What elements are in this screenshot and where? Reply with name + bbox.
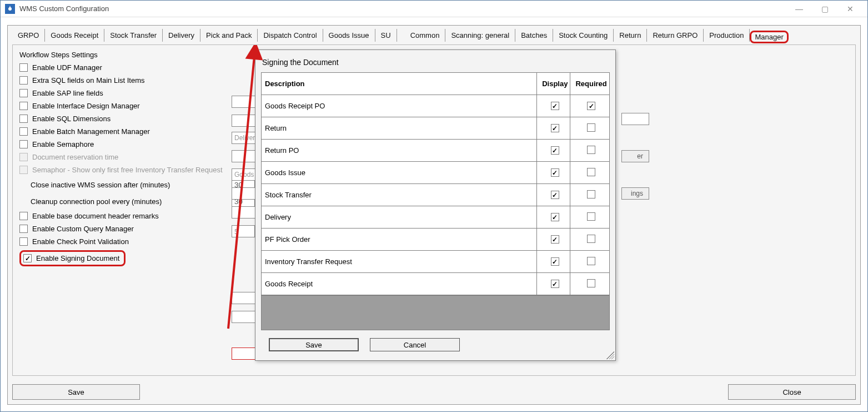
checkbox-label: Extra SQL fields on Main List Items xyxy=(32,76,145,85)
cell-description: Goods Receipt xyxy=(262,273,537,295)
resize-grip-icon[interactable] xyxy=(606,351,614,359)
cell-description: Return xyxy=(262,117,537,140)
cleanup-label: Cleanup connection pool every (minutes) xyxy=(31,197,232,206)
col-header-required[interactable]: Required xyxy=(570,73,609,95)
checkbox[interactable] xyxy=(19,89,28,97)
cell-description: PF Pick Order xyxy=(262,229,537,251)
checkbox[interactable] xyxy=(19,140,28,148)
cell-display xyxy=(537,184,570,206)
display-checkbox[interactable] xyxy=(551,280,559,288)
required-checkbox[interactable] xyxy=(587,168,595,176)
required-checkbox[interactable] xyxy=(587,212,595,221)
display-checkbox[interactable] xyxy=(551,102,559,110)
checkbox[interactable] xyxy=(19,102,28,110)
tab-su[interactable]: SU xyxy=(375,29,397,42)
display-checkbox[interactable] xyxy=(551,235,559,244)
display-checkbox[interactable] xyxy=(551,124,559,132)
close-button[interactable]: ✕ xyxy=(837,1,863,17)
grid-row[interactable]: Return xyxy=(262,117,609,140)
cell-required xyxy=(570,229,609,251)
tab-production[interactable]: Production xyxy=(704,29,750,42)
tab-goods-receipt[interactable]: Goods Receipt xyxy=(45,29,104,42)
col-header-display[interactable]: Display xyxy=(537,73,570,95)
checkbox-label: Semaphor - Show only first free Inventor… xyxy=(32,166,223,174)
cell-display xyxy=(537,251,570,273)
required-checkbox[interactable] xyxy=(587,257,595,265)
cell-required xyxy=(570,162,609,184)
required-checkbox[interactable] xyxy=(587,279,595,287)
main-close-button[interactable]: Close xyxy=(728,384,856,400)
cell-required xyxy=(570,117,609,140)
grid-row[interactable]: Goods Receipt xyxy=(262,273,609,295)
grid-row[interactable]: Inventory Transfer Request xyxy=(262,251,609,273)
checkbox-label: Enable Interface Design Manager xyxy=(32,102,140,110)
main-window: WMS Custom Configuration — ▢ ✕ GRPOGoods… xyxy=(0,0,868,412)
checkbox-label: Document reservation time xyxy=(32,153,118,161)
tab-goods-issue[interactable]: Goods Issue xyxy=(323,29,375,42)
tab-manager[interactable]: Manager xyxy=(750,33,788,42)
hidden-button-er[interactable]: er xyxy=(621,150,649,162)
cell-display xyxy=(537,229,570,251)
app-icon xyxy=(5,4,15,14)
cell-display xyxy=(537,206,570,229)
grid-row[interactable]: Goods Receipt PO xyxy=(262,95,609,117)
grid-row[interactable]: Delivery xyxy=(262,206,609,229)
minimize-button[interactable]: — xyxy=(786,1,812,17)
close-session-label: Close inactive WMS session after (minute… xyxy=(31,181,232,189)
grid-row[interactable]: Goods Issue xyxy=(262,162,609,184)
window-title: WMS Custom Configuration xyxy=(19,4,786,13)
checkbox-label: Enable SAP line fields xyxy=(32,89,103,97)
tab-stock-counting[interactable]: Stock Counting xyxy=(553,29,614,42)
required-checkbox[interactable] xyxy=(587,102,595,110)
checkbox[interactable] xyxy=(19,212,28,220)
tab-delivery[interactable]: Delivery xyxy=(163,29,200,42)
checkbox[interactable] xyxy=(19,115,28,123)
checkbox-label: Enable Custom Query Manager xyxy=(32,225,134,233)
checkbox-label: Enable Semaphore xyxy=(32,140,94,148)
grid-header-row: Description Display Required xyxy=(262,73,609,95)
grid-row[interactable]: Return PO xyxy=(262,140,609,162)
grid-empty-area xyxy=(261,296,610,330)
tab-scanning-general[interactable]: Scanning: general xyxy=(445,29,515,42)
grid-row[interactable]: PF Pick Order xyxy=(262,229,609,251)
hidden-button-ings[interactable]: ings xyxy=(621,187,649,200)
tab-stock-transfer[interactable]: Stock Transfer xyxy=(104,29,163,42)
display-checkbox[interactable] xyxy=(551,213,559,221)
checkbox-label: Enable Batch Management Manager xyxy=(32,127,150,136)
display-checkbox[interactable] xyxy=(551,168,559,177)
checkbox[interactable] xyxy=(19,76,28,85)
checkbox-label: Enable Check Point Validation xyxy=(32,237,129,246)
required-checkbox[interactable] xyxy=(587,123,595,132)
checkbox[interactable] xyxy=(19,127,28,136)
display-checkbox[interactable] xyxy=(551,146,559,155)
hidden-field-right[interactable] xyxy=(621,113,649,125)
required-checkbox[interactable] xyxy=(587,190,595,198)
required-checkbox[interactable] xyxy=(587,235,595,243)
tab-pick-and-pack[interactable]: Pick and Pack xyxy=(200,29,258,42)
dialog-cancel-button[interactable]: Cancel xyxy=(370,338,460,351)
cell-required xyxy=(570,95,609,117)
tab-common[interactable]: Common xyxy=(405,29,446,42)
tab-return[interactable]: Return xyxy=(614,29,647,42)
checkbox[interactable] xyxy=(19,225,28,233)
required-checkbox[interactable] xyxy=(587,146,595,154)
grid-row[interactable]: Stock Transfer xyxy=(262,184,609,206)
tab-grpo[interactable]: GRPO xyxy=(12,29,45,42)
checkbox[interactable] xyxy=(19,63,28,72)
tab-return-grpo[interactable]: Return GRPO xyxy=(647,29,704,42)
checkbox-label: Enable SQL Dimensions xyxy=(32,115,111,123)
tab-dispatch-control[interactable]: Dispatch Control xyxy=(258,29,323,42)
tab-batches[interactable]: Batches xyxy=(515,29,553,42)
display-checkbox[interactable] xyxy=(551,257,559,266)
checkbox[interactable] xyxy=(19,237,28,246)
dialog-title: Signing the Document xyxy=(262,58,610,67)
col-header-description[interactable]: Description xyxy=(262,73,537,95)
main-save-button[interactable]: Save xyxy=(12,384,140,400)
checkbox[interactable] xyxy=(23,254,32,262)
titlebar: WMS Custom Configuration — ▢ ✕ xyxy=(1,1,867,17)
maximize-button[interactable]: ▢ xyxy=(812,1,837,17)
display-checkbox[interactable] xyxy=(551,191,559,199)
dialog-save-button[interactable]: Save xyxy=(269,338,359,351)
tab-bar: GRPOGoods ReceiptStock TransferDeliveryP… xyxy=(12,29,856,42)
cell-display xyxy=(537,95,570,117)
